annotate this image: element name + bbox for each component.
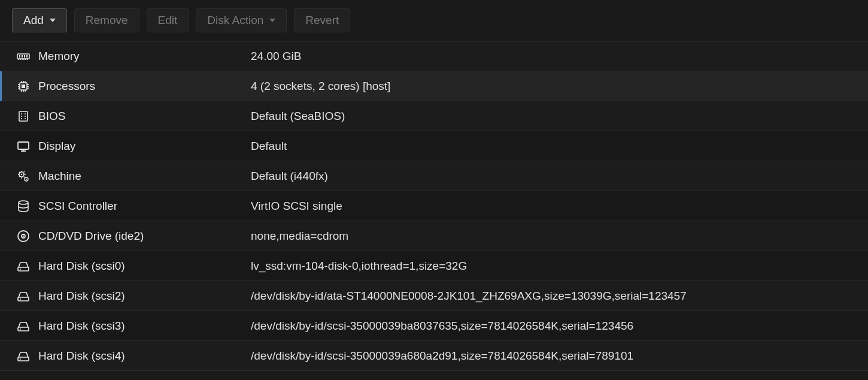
edit-button[interactable]: Edit: [147, 8, 189, 32]
row-machine[interactable]: Machine Default (i440fx): [0, 161, 868, 191]
chevron-down-icon: [50, 19, 56, 22]
svg-point-8: [21, 113, 22, 114]
svg-point-11: [25, 116, 26, 117]
svg-rect-7: [19, 111, 28, 121]
svg-point-30: [20, 358, 21, 360]
row-label: Processors: [38, 80, 251, 93]
row-hard-disk-scsi2[interactable]: Hard Disk (scsi2) /dev/disk/by-id/ata-ST…: [0, 281, 868, 311]
row-label: Hard Disk (scsi3): [38, 319, 251, 333]
row-memory[interactable]: Memory 24.00 GiB: [0, 41, 868, 71]
row-scsi-controller[interactable]: SCSI Controller VirtIO SCSI single: [0, 191, 868, 221]
row-value: Default (SeaBIOS): [251, 110, 860, 123]
row-value: lv_ssd:vm-104-disk-0,iothread=1,size=32G: [251, 260, 860, 273]
row-value: Default: [251, 140, 860, 153]
row-hard-disk-scsi3[interactable]: Hard Disk (scsi3) /dev/disk/by-id/scsi-3…: [0, 311, 868, 341]
svg-rect-25: [18, 297, 29, 301]
svg-rect-3: [24, 55, 25, 58]
disk-action-button[interactable]: Disk Action: [196, 8, 287, 32]
row-label: Display: [38, 140, 251, 153]
svg-point-28: [20, 328, 21, 330]
svg-rect-14: [18, 142, 29, 149]
row-value: VirtIO SCSI single: [251, 200, 860, 213]
row-cddvd-drive[interactable]: CD/DVD Drive (ide2) none,media=cdrom: [0, 221, 868, 251]
hdd-icon: [8, 319, 38, 333]
row-hard-disk-scsi4[interactable]: Hard Disk (scsi4) /dev/disk/by-id/scsi-3…: [0, 341, 868, 371]
row-processors[interactable]: Processors 4 (2 sockets, 2 cores) [host]: [0, 71, 868, 101]
row-hard-disk-scsi0[interactable]: Hard Disk (scsi0) lv_ssd:vm-104-disk-0,i…: [0, 251, 868, 281]
svg-point-22: [23, 236, 24, 237]
row-label: Hard Disk (scsi4): [38, 349, 251, 363]
svg-point-16: [21, 173, 23, 175]
row-label: SCSI Controller: [38, 200, 251, 213]
svg-rect-6: [22, 85, 25, 88]
remove-button[interactable]: Remove: [74, 8, 139, 32]
database-icon: [8, 199, 38, 213]
svg-rect-1: [19, 55, 20, 58]
row-value: none,media=cdrom: [251, 230, 860, 243]
memory-icon: [8, 49, 38, 64]
svg-point-26: [20, 298, 21, 300]
add-button-label: Add: [23, 14, 44, 27]
row-value: 24.00 GiB: [251, 50, 860, 63]
row-label: CD/DVD Drive (ide2): [38, 230, 251, 243]
svg-rect-29: [18, 357, 29, 361]
hardware-table: Memory 24.00 GiB Processors 4 (2 sockets…: [0, 41, 868, 371]
svg-rect-23: [18, 267, 29, 271]
svg-point-24: [20, 269, 21, 270]
row-display[interactable]: Display Default: [0, 131, 868, 161]
revert-button-label: Revert: [305, 14, 339, 27]
svg-point-19: [19, 201, 28, 204]
hdd-icon: [8, 259, 38, 273]
row-value: /dev/disk/by-id/scsi-35000039a680a2d91,s…: [251, 349, 860, 363]
row-bios[interactable]: BIOS Default (SeaBIOS): [0, 101, 868, 131]
bios-icon: [8, 109, 38, 123]
disc-icon: [8, 229, 38, 243]
edit-button-label: Edit: [158, 14, 178, 27]
gears-icon: [8, 169, 38, 183]
row-label: Hard Disk (scsi2): [38, 289, 251, 303]
chevron-down-icon: [269, 19, 275, 22]
cpu-icon: [8, 79, 38, 94]
row-label: Machine: [38, 170, 251, 183]
remove-button-label: Remove: [86, 14, 128, 27]
row-label: Hard Disk (scsi0): [38, 260, 251, 273]
row-value: /dev/disk/by-id/scsi-35000039ba8037635,s…: [251, 319, 860, 333]
svg-rect-2: [22, 55, 23, 58]
add-button[interactable]: Add: [12, 8, 67, 32]
svg-point-12: [21, 118, 22, 119]
svg-point-10: [21, 116, 22, 117]
svg-point-9: [25, 113, 26, 114]
svg-rect-27: [18, 327, 29, 331]
row-value: 4 (2 sockets, 2 cores) [host]: [251, 80, 860, 93]
revert-button[interactable]: Revert: [294, 8, 350, 32]
row-label: Memory: [38, 50, 251, 63]
svg-point-18: [26, 179, 27, 180]
svg-point-13: [25, 118, 26, 119]
svg-rect-4: [26, 55, 28, 58]
disk-action-button-label: Disk Action: [207, 14, 263, 27]
hdd-icon: [8, 289, 38, 303]
row-value: /dev/disk/by-id/ata-ST14000NE0008-2JK101…: [251, 289, 860, 303]
toolbar: Add Remove Edit Disk Action Revert: [0, 0, 868, 41]
hdd-icon: [8, 349, 38, 363]
row-value: Default (i440fx): [251, 170, 860, 183]
row-label: BIOS: [38, 110, 251, 123]
display-icon: [8, 139, 38, 153]
